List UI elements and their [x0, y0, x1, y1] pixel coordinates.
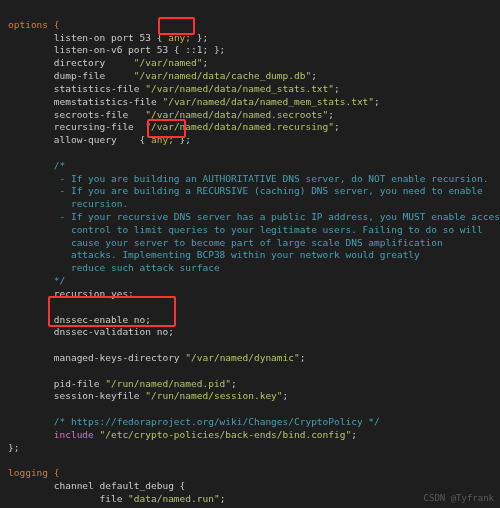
dnssec-validation-line: dnssec-validation no; [8, 326, 174, 337]
dnssec-enable-line: dnssec-enable no; [8, 314, 151, 325]
hl-any-1: any; [168, 32, 191, 43]
watermark: CSDN @Tyfrank [424, 492, 494, 504]
hl-any-2: any; [151, 134, 174, 145]
code-editor: options { listen-on port 53 { any; }; li… [0, 0, 500, 508]
kw-options: options { [8, 19, 59, 30]
